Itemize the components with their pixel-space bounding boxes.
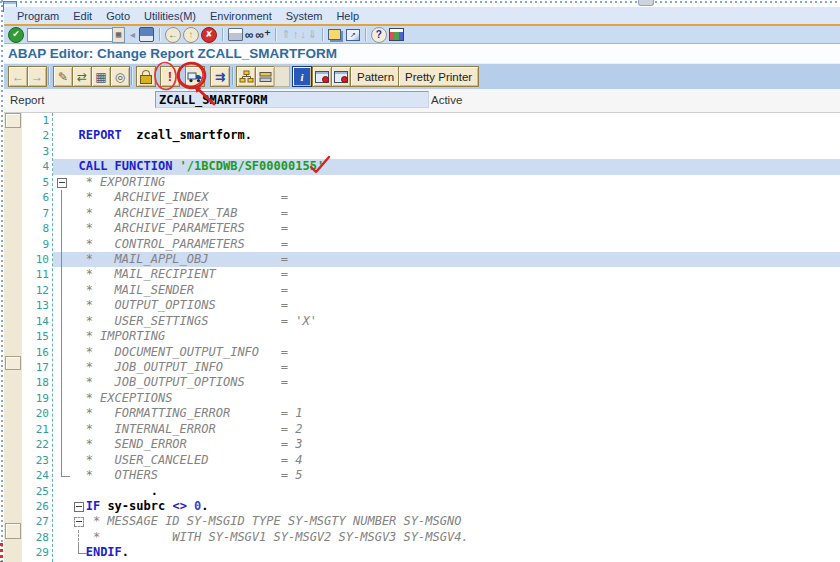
cancel-icon[interactable]: ✘	[201, 27, 217, 43]
back-icon[interactable]: ←	[165, 27, 181, 43]
menu-help[interactable]: Help	[329, 9, 366, 23]
execute-icon[interactable]: ⇉	[210, 66, 230, 87]
fold-toggle-icon[interactable]	[57, 178, 67, 188]
editor-line-3[interactable]: 3	[22, 144, 840, 159]
collapse-icon[interactable]: ◂	[130, 30, 135, 40]
editor-line-4[interactable]: 4 CALL FUNCTION '/1BCDWB/SF00000155'	[22, 159, 840, 174]
pattern-button[interactable]: Pattern	[350, 66, 401, 87]
editor-line-22[interactable]: 22 * SEND_ERROR = 3	[22, 437, 840, 452]
menu-environment[interactable]: Environment	[203, 9, 279, 23]
fold-toggle-icon[interactable]	[74, 517, 84, 527]
editor-line-17[interactable]: 17 * JOB_OUTPUT_INFO =	[22, 360, 840, 375]
line-number: 23	[22, 453, 49, 468]
editor-line-23[interactable]: 23 * USER_CANCELED = 4	[22, 453, 840, 468]
check-icon[interactable]: !	[160, 66, 180, 87]
editor-line-26[interactable]: 26 IF sy-subrc <> 0.	[22, 499, 840, 514]
editor-line-10[interactable]: 10 * MAIL_APPL_OBJ =	[22, 252, 840, 267]
line-number: 11	[22, 267, 49, 282]
overview-icon[interactable]	[312, 66, 332, 87]
menu-system[interactable]: System	[279, 9, 330, 23]
sap-gui-window: ProgramEditGotoUtilities(M)EnvironmentSy…	[0, 0, 840, 562]
display-change-icon[interactable]: ✎	[53, 66, 73, 87]
scrollbar-top-button[interactable]	[5, 113, 21, 128]
editor-line-25[interactable]: 25 .	[22, 484, 840, 499]
editor-left-scrollbar[interactable]	[4, 113, 23, 562]
code-text: * ARCHIVE_INDEX =	[64, 190, 288, 205]
user-icon[interactable]	[331, 66, 351, 87]
transport-icon[interactable]: ▦	[91, 66, 111, 87]
find-next-icon[interactable]: ∞⁺	[256, 29, 271, 41]
next-page-icon[interactable]: ↓	[300, 29, 306, 40]
toolbar-separator	[48, 67, 49, 85]
menu-program[interactable]: Program	[10, 9, 66, 23]
scrollbar-handle[interactable]	[5, 523, 21, 539]
editor-line-11[interactable]: 11 * MAIL_RECIPIENT =	[22, 267, 840, 282]
active-inactive-icon[interactable]	[136, 66, 156, 87]
editor-line-14[interactable]: 14 * USER_SETTINGS = 'X'	[22, 314, 840, 329]
line-number: 25	[22, 484, 49, 499]
info-icon[interactable]: i	[292, 66, 312, 87]
editor-line-1[interactable]: 1	[22, 113, 840, 128]
fold-guide-line	[61, 267, 62, 282]
editor-line-18[interactable]: 18 * JOB_OUTPUT_OPTIONS =	[22, 375, 840, 390]
fold-toggle-icon[interactable]	[74, 502, 84, 512]
exit-icon[interactable]: ↑	[183, 27, 199, 43]
editor-line-15[interactable]: 15 * IMPORTING	[22, 329, 840, 344]
editor-line-27[interactable]: 27 * MESSAGE ID SY-MSGID TYPE SY-MSGTY N…	[22, 514, 840, 529]
fold-guide-line	[78, 530, 79, 545]
editor-line-2[interactable]: 2 REPORT zcall_smartform.	[22, 128, 840, 143]
menu-utilities-m[interactable]: Utilities(M)	[137, 9, 203, 23]
new-session-icon[interactable]	[328, 29, 341, 40]
fold-guide-line	[61, 221, 62, 236]
create-shortcut-icon[interactable]: ↗	[346, 29, 360, 41]
first-page-icon[interactable]: ⇑	[281, 29, 290, 40]
editor-line-29[interactable]: 29 ENDIF.	[22, 545, 840, 560]
where-used-icon[interactable]: ◎	[110, 66, 130, 87]
fold-guide-line	[61, 406, 62, 421]
editor-line-21[interactable]: 21 * INTERNAL_ERROR = 2	[22, 422, 840, 437]
editor-line-24[interactable]: 24 * OTHERS = 5	[22, 468, 840, 483]
code-editor[interactable]: 12 REPORT zcall_smartform.34 CALL FUNCTI…	[22, 113, 840, 562]
scrollbar-thumb[interactable]	[5, 356, 21, 370]
nav-back-icon[interactable]: ←	[8, 66, 28, 87]
other-object-icon[interactable]: ⇄	[72, 66, 92, 87]
find-icon[interactable]: ∞	[245, 29, 254, 41]
editor-line-16[interactable]: 16 * DOCUMENT_OUTPUT_INFO =	[22, 345, 840, 360]
line-number: 28	[22, 530, 49, 545]
editor-line-19[interactable]: 19 * EXCEPTIONS	[22, 391, 840, 406]
line-number: 29	[22, 545, 49, 560]
report-label: Report	[10, 94, 45, 106]
customize-icon[interactable]	[389, 28, 404, 41]
report-name-input[interactable]	[155, 91, 429, 108]
enter-icon[interactable]: ✔	[8, 27, 24, 43]
command-field[interactable]	[27, 28, 112, 42]
window-resize-handle[interactable]	[638, 0, 654, 6]
editor-line-6[interactable]: 6 * ARCHIVE_INDEX =	[22, 190, 840, 205]
editor-line-28[interactable]: 28 * WITH SY-MSGV1 SY-MSGV2 SY-MSGV3 SY-…	[22, 530, 840, 545]
object-list-icon[interactable]	[236, 66, 256, 87]
nav-forward-icon[interactable]: →	[27, 66, 47, 87]
window-top-border	[0, 1, 840, 3]
command-history-icon[interactable]: ▦	[112, 27, 125, 43]
editor-line-8[interactable]: 8 * ARCHIVE_PARAMETERS =	[22, 221, 840, 236]
fold-guide-line	[61, 360, 62, 375]
activate-icon[interactable]	[185, 66, 205, 87]
menu-edit[interactable]: Edit	[66, 9, 99, 23]
last-page-icon[interactable]: ⇓	[308, 29, 317, 40]
pretty-printer-button[interactable]: Pretty Printer	[398, 66, 479, 87]
editor-line-13[interactable]: 13 * OUTPUT_OPTIONS =	[22, 298, 840, 313]
toolbar-separator	[131, 67, 132, 85]
editor-line-5[interactable]: 5 * EXPORTING	[22, 175, 840, 190]
print-icon[interactable]	[228, 28, 243, 41]
editor-line-9[interactable]: 9 * CONTROL_PARAMETERS =	[22, 237, 840, 252]
help-icon[interactable]: ?	[371, 27, 387, 43]
save-icon[interactable]	[139, 27, 154, 42]
editor-line-20[interactable]: 20 * FORMATTING_ERROR = 1	[22, 406, 840, 421]
editor-line-12[interactable]: 12 * MAIL_SENDER =	[22, 283, 840, 298]
editor-line-7[interactable]: 7 * ARCHIVE_INDEX_TAB =	[22, 206, 840, 221]
nav-stack-icon[interactable]	[255, 66, 275, 87]
previous-page-icon[interactable]: ↑	[293, 29, 299, 40]
line-number: 7	[22, 206, 49, 221]
application-toolbar: ←→✎⇄▦◎!⇉iPatternPretty Printer	[4, 63, 840, 90]
menu-goto[interactable]: Goto	[99, 9, 137, 23]
